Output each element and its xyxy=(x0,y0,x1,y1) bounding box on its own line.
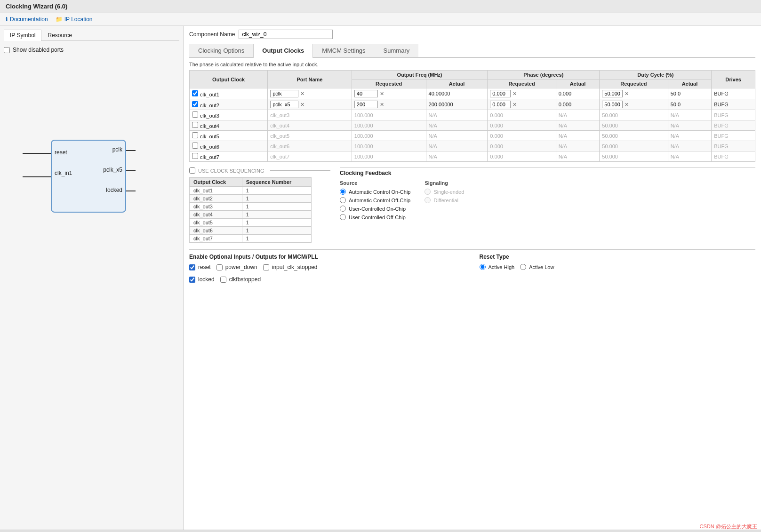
duty-req-cell-2: 50.000 xyxy=(600,110,668,120)
freq-req-cell-0[interactable]: ✕ xyxy=(352,88,426,99)
col-freq-group: Output Freq (MHz) xyxy=(352,71,488,79)
freq-req-input-1[interactable] xyxy=(354,101,378,108)
source-user-on-chip[interactable] xyxy=(340,206,346,212)
phase-act-cell-0: 0.000 xyxy=(556,88,600,99)
seq-clock-5: clk_out6 xyxy=(190,227,242,235)
freq-act-cell-3: N/A xyxy=(426,120,488,131)
clkin1-wire xyxy=(23,176,52,177)
clkin1-port-label: clk_in1 xyxy=(55,170,72,176)
port-input-0[interactable] xyxy=(270,90,298,97)
source-user-off-chip[interactable] xyxy=(340,214,346,220)
show-disabled-checkbox[interactable] xyxy=(4,47,10,53)
signaling-differential[interactable] xyxy=(425,197,431,203)
phase-req-input-0[interactable] xyxy=(490,90,511,97)
source-user-off-chip-label: User-Controlled Off-Chip xyxy=(349,214,406,220)
duty-req-clear-1[interactable]: ✕ xyxy=(624,102,630,108)
clock-row-checkbox-0[interactable] xyxy=(192,90,198,96)
component-name-input[interactable] xyxy=(239,30,333,39)
optional-title: Enable Optional Inputs / Outputs for MMC… xyxy=(189,254,465,260)
phase-act-cell-1: 0.000 xyxy=(556,99,600,110)
power-down-checkbox[interactable] xyxy=(216,264,223,270)
clock-row-checkbox-4[interactable] xyxy=(192,132,198,138)
duty-req-input-1[interactable] xyxy=(602,101,623,108)
duty-req-cell-1[interactable]: ✕ xyxy=(600,99,668,110)
drives-cell-6: BUFG xyxy=(712,151,755,162)
clock-row-checkbox-1[interactable] xyxy=(192,101,198,107)
phase-req-cell-0[interactable]: ✕ xyxy=(488,88,556,99)
col-freq-req: Requested xyxy=(352,79,426,88)
reset-checkbox[interactable] xyxy=(189,264,195,270)
reset-active-low-label: Active Low xyxy=(529,264,554,270)
locked-checkbox[interactable] xyxy=(189,277,195,283)
port-input-1[interactable] xyxy=(270,101,298,108)
documentation-link[interactable]: ℹ Documentation xyxy=(6,16,48,23)
clock-row-checkbox-6[interactable] xyxy=(192,153,198,159)
use-clock-sequencing-checkbox[interactable] xyxy=(189,167,195,174)
tab-mmcm-settings[interactable]: MMCM Settings xyxy=(313,44,374,57)
duty-req-input-0[interactable] xyxy=(602,90,623,97)
source-auto-on-chip[interactable] xyxy=(340,189,346,195)
locked-label: locked xyxy=(198,276,215,283)
freq-req-clear-0[interactable]: ✕ xyxy=(379,91,385,97)
col-drives: Drives xyxy=(712,71,755,88)
clock-row-checkbox-3[interactable] xyxy=(192,122,198,128)
phase-req-clear-1[interactable]: ✕ xyxy=(512,102,518,108)
duty-act-cell-3: N/A xyxy=(668,120,712,131)
reset-port-label: reset xyxy=(55,149,67,156)
main-tabs: Clocking Options Output Clocks MMCM Sett… xyxy=(189,44,755,58)
reset-active-high[interactable] xyxy=(480,264,486,270)
input-clk-stopped-label: input_clk_stopped xyxy=(272,264,318,270)
source-auto-off-chip[interactable] xyxy=(340,197,346,203)
seq-num-4: 1 xyxy=(242,219,311,227)
clock-name-cell-1: clk_out2 xyxy=(190,99,268,110)
input-clk-stopped-checkbox[interactable] xyxy=(263,264,269,270)
freq-req-cell-4: 100.000 xyxy=(352,131,426,141)
seq-col-seq: Sequence Number xyxy=(242,178,311,187)
drives-cell-4: BUFG xyxy=(712,131,755,141)
port-clear-1[interactable]: ✕ xyxy=(299,102,305,108)
app-title: Clocking Wizard (6.0) xyxy=(6,3,67,10)
drives-cell-3: BUFG xyxy=(712,120,755,131)
scrollbar[interactable]: ◀ ▶ xyxy=(0,530,761,532)
clkfbstopped-checkbox[interactable] xyxy=(220,277,226,283)
tab-clocking-options[interactable]: Clocking Options xyxy=(189,44,253,57)
phase-note: The phase is calculated relative to the … xyxy=(189,62,755,67)
col-duty-group: Duty Cycle (%) xyxy=(600,71,712,79)
port-cell-2: clk_out3 xyxy=(268,110,352,120)
freq-req-input-0[interactable] xyxy=(354,90,378,97)
port-cell-1[interactable]: ✕ xyxy=(268,99,352,110)
clock-row-checkbox-5[interactable] xyxy=(192,143,198,149)
phase-req-cell-1[interactable]: ✕ xyxy=(488,99,556,110)
port-cell-3: clk_out4 xyxy=(268,120,352,131)
tab-output-clocks[interactable]: Output Clocks xyxy=(253,44,313,58)
tab-ip-symbol[interactable]: IP Symbol xyxy=(4,30,41,41)
feedback-title: Clocking Feedback xyxy=(340,170,755,176)
tab-summary[interactable]: Summary xyxy=(375,44,419,57)
port-cell-0[interactable]: ✕ xyxy=(268,88,352,99)
pclk-wire xyxy=(125,150,136,151)
freq-req-clear-1[interactable]: ✕ xyxy=(379,102,385,108)
duty-req-clear-0[interactable]: ✕ xyxy=(624,91,630,97)
seq-clock-1: clk_out2 xyxy=(190,195,242,203)
locked-wire xyxy=(125,191,136,191)
info-icon: ℹ xyxy=(6,16,8,23)
phase-act-cell-2: N/A xyxy=(556,110,600,120)
source-auto-off-chip-label: Automatic Control Off-Chip xyxy=(349,198,410,203)
phase-req-input-1[interactable] xyxy=(490,101,511,108)
tab-resource[interactable]: Resource xyxy=(41,30,78,40)
use-clock-sequencing-label: USE CLOCK SEQUENCING xyxy=(198,168,264,174)
port-clear-0[interactable]: ✕ xyxy=(299,91,305,97)
source-user-on-chip-label: User-Controlled On-Chip xyxy=(349,206,406,212)
clock-row-checkbox-2[interactable] xyxy=(192,111,198,118)
col-port-name: Port Name xyxy=(268,71,352,88)
duty-req-cell-0[interactable]: ✕ xyxy=(600,88,668,99)
seq-clock-2: clk_out3 xyxy=(190,203,242,211)
signaling-single-ended[interactable] xyxy=(425,189,431,195)
reset-active-low[interactable] xyxy=(520,264,526,270)
freq-req-cell-1[interactable]: ✕ xyxy=(352,99,426,110)
phase-req-clear-0[interactable]: ✕ xyxy=(512,91,518,97)
power-down-label: power_down xyxy=(225,264,257,270)
port-cell-5: clk_out6 xyxy=(268,141,352,151)
ip-location-link[interactable]: 📁 IP Location xyxy=(56,16,93,23)
pclk-port-label: pclk xyxy=(112,146,122,153)
